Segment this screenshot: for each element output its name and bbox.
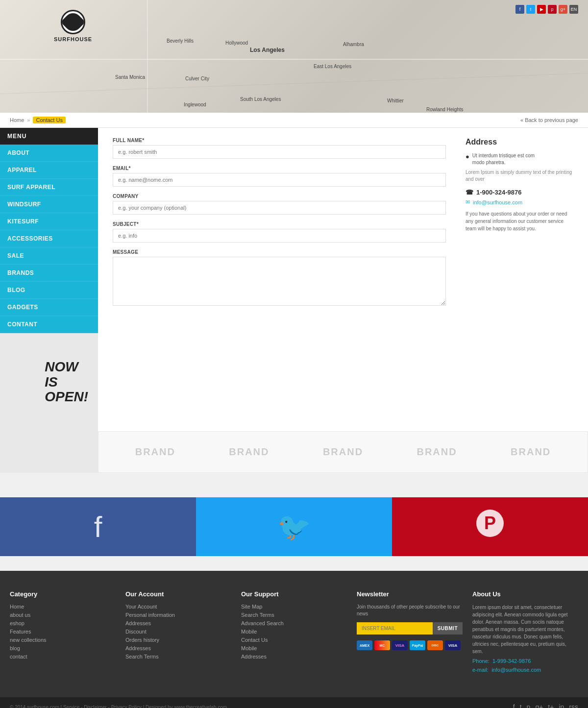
account-link-discount[interactable]: Discount: [125, 629, 231, 635]
spacer2: [0, 556, 588, 571]
sidebar-item-about[interactable]: ABOUT: [0, 145, 98, 162]
address-line1: Ut interdum tristique est com: [472, 152, 535, 159]
sidebar-item-contact[interactable]: CONTANT: [0, 316, 98, 333]
newsletter-input[interactable]: [357, 622, 433, 635]
category-link-blog[interactable]: blog: [10, 645, 116, 651]
account-link-your-account[interactable]: Your Account: [125, 604, 231, 610]
sidebar-brands-spacer: [0, 431, 98, 473]
footer-icon-google-plus[interactable]: g+: [535, 703, 543, 708]
twitter-top-icon[interactable]: t: [526, 5, 535, 14]
sidebar-item-accessories[interactable]: ACCESSORIES: [0, 230, 98, 247]
account-link-personal-info[interactable]: Personal information: [125, 612, 231, 618]
category-link-contact[interactable]: contact: [10, 654, 116, 659]
sidebar-item-blog[interactable]: BLOG: [0, 282, 98, 299]
category-link-new-collections[interactable]: new collections: [10, 637, 116, 643]
google-plus-top-icon[interactable]: g+: [559, 5, 567, 14]
sidebar-item-surf-apparel[interactable]: SURF APPAREL: [0, 179, 98, 196]
company-label: COMPANY: [113, 194, 446, 199]
support-link-contact[interactable]: Contact Us: [241, 637, 347, 643]
email-row: ✉ info@surfhouse.com: [466, 199, 573, 205]
map-label-hollywood: Hollywood: [225, 40, 248, 46]
footer-col-about: About Us Lorem ipsum dolor sit amet, con…: [472, 590, 578, 673]
message-label: MESSAGE: [113, 249, 446, 255]
map-label-culver-city: Culver City: [185, 76, 209, 81]
facebook-block[interactable]: f: [0, 497, 196, 556]
footer-icon-instagram[interactable]: in: [559, 703, 564, 708]
footer-icon-tumblr[interactable]: t+: [548, 703, 554, 708]
logo-inner: [61, 10, 85, 34]
location-icon: ●: [466, 153, 469, 160]
bottom-wrapper: BRAND BRAND BRAND BRAND BRAND: [0, 431, 588, 473]
footer-icon-facebook[interactable]: f: [513, 703, 515, 708]
support-link-mobile[interactable]: Mobile: [241, 629, 347, 635]
breadcrumb-home[interactable]: Home: [10, 117, 24, 123]
facebook-large-icon: f: [94, 510, 102, 544]
subject-input[interactable]: [113, 229, 446, 243]
payment-mastercard: MC: [374, 640, 390, 650]
sidebar-item-brands[interactable]: BRANDS: [0, 265, 98, 282]
address-title: Address: [466, 138, 573, 146]
sidebar-item-gadgets[interactable]: GADGETS: [0, 299, 98, 316]
support-link-mobile2[interactable]: Mobile: [241, 645, 347, 651]
payment-discover: DISC: [427, 640, 443, 650]
address-email[interactable]: info@surfhouse.com: [473, 199, 522, 205]
facebook-top-icon[interactable]: f: [515, 5, 524, 14]
account-link-addresses2[interactable]: Addresses: [125, 645, 231, 651]
brand-4: BRAND: [416, 446, 457, 458]
category-link-about[interactable]: about us: [10, 612, 116, 618]
youtube-top-icon[interactable]: ▶: [537, 5, 546, 14]
back-link[interactable]: « Back to previous page: [520, 117, 578, 123]
form-group-subject: SUBJECT*: [113, 221, 446, 243]
sidebar-item-kitesurf[interactable]: KITESURF: [0, 213, 98, 230]
support-link-advanced-search[interactable]: Advanced Search: [241, 620, 347, 626]
pinterest-block[interactable]: P: [392, 497, 588, 556]
footer-phone: 1-999-342-9876: [492, 658, 531, 664]
payment-visa: VISA: [445, 640, 461, 650]
phone-icon: ☎: [466, 189, 473, 196]
full-name-input[interactable]: [113, 145, 446, 159]
promo-line2: IS: [45, 375, 88, 390]
newsletter-title: Newsletter: [357, 590, 463, 598]
company-input[interactable]: [113, 201, 446, 215]
payment-visa-blue: VISA: [392, 640, 408, 650]
logo-area[interactable]: SURFHOUSE: [54, 10, 92, 42]
support-link-sitemap[interactable]: Site Map: [241, 604, 347, 610]
footer-col-support: Our Support Site Map Search Terms Advanc…: [241, 590, 347, 673]
message-textarea[interactable]: [113, 257, 446, 306]
brands-bar: BRAND BRAND BRAND BRAND BRAND: [98, 431, 588, 473]
footer-col-category: Category Home about us eshop Features ne…: [10, 590, 116, 673]
footer-icon-rss[interactable]: rss: [569, 703, 578, 708]
payment-amex: AMEX: [357, 640, 372, 650]
footer-email[interactable]: info@surfhouse.com: [491, 667, 541, 673]
twitter-block[interactable]: 🐦: [196, 497, 392, 556]
full-name-label: FULL NAME*: [113, 138, 446, 143]
sidebar-item-sale[interactable]: SALE: [0, 247, 98, 265]
account-link-addresses[interactable]: Addresses: [125, 620, 231, 626]
category-link-home[interactable]: Home: [10, 604, 116, 610]
sidebar-item-windsurf[interactable]: WINDSURF: [0, 196, 98, 213]
category-link-features[interactable]: Features: [10, 629, 116, 635]
pinterest-top-icon[interactable]: p: [548, 5, 557, 14]
sidebar: MENU ABOUT APPAREL SURF APPAREL WINDSURF…: [0, 128, 98, 431]
footer-phone-row: Phone: 1-999-342-9876: [472, 658, 578, 664]
about-title: About Us: [472, 590, 578, 598]
address-line2: modo pharetra.: [472, 159, 535, 166]
content-layout: MENU ABOUT APPAREL SURF APPAREL WINDSURF…: [0, 128, 588, 431]
email-input[interactable]: [113, 173, 446, 187]
footer-icon-pinterest[interactable]: p: [527, 703, 531, 708]
account-title: Our Account: [125, 590, 231, 598]
account-link-orders-history[interactable]: Orders history: [125, 637, 231, 643]
brand-5: BRAND: [511, 446, 551, 458]
footer-icon-twitter[interactable]: t: [520, 703, 522, 708]
category-link-eshop[interactable]: eshop: [10, 620, 116, 626]
map-section: Los Angeles Beverly Hills Culver City So…: [0, 0, 588, 113]
svg-text:P: P: [484, 513, 496, 533]
language-top-icon[interactable]: EN: [569, 5, 578, 14]
support-link-search-terms[interactable]: Search Terms: [241, 612, 347, 618]
newsletter-submit[interactable]: SUBMIT: [433, 622, 463, 635]
account-link-search-terms[interactable]: Search Terms: [125, 654, 231, 659]
footer-phone-label: Phone:: [472, 658, 490, 664]
form-group-email: EMAIL*: [113, 166, 446, 187]
sidebar-item-apparel[interactable]: APPAREL: [0, 162, 98, 179]
support-link-addresses[interactable]: Addresses: [241, 654, 347, 659]
